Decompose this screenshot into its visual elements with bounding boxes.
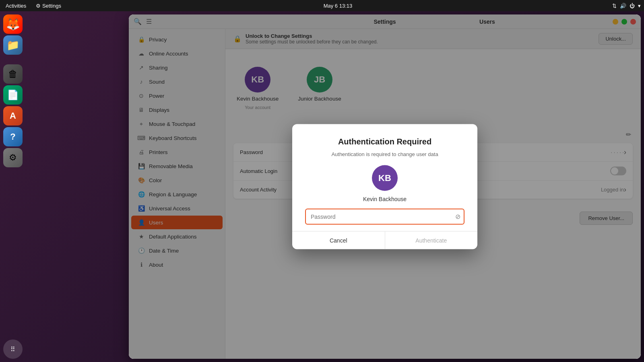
sound-icon[interactable]: 🔊 — [620, 3, 626, 9]
auth-dialog-content: Authentication Required Authentication i… — [292, 124, 477, 225]
dock-item-libreoffice[interactable]: 📄 — [3, 85, 23, 105]
auth-dialog-buttons: Cancel Authenticate — [292, 231, 477, 249]
network-icon[interactable]: ⇅ — [612, 3, 617, 9]
topbar-center: May 6 13:13 — [324, 3, 353, 9]
dock: 🦊 📁 🗑 Trash 📄 A ? ⚙ ⠿ — [0, 11, 26, 362]
password-toggle-icon[interactable]: ⊘ — [455, 213, 460, 220]
auth-authenticate-button[interactable]: Authenticate — [385, 232, 478, 249]
auth-user-name: Kevin Backhouse — [363, 196, 407, 202]
dock-item-files[interactable]: 📁 — [3, 35, 23, 55]
auth-dialog: Authentication Required Authentication i… — [292, 124, 477, 249]
auth-cancel-button[interactable]: Cancel — [292, 232, 385, 249]
topbar-dropdown[interactable]: ▾ — [638, 3, 641, 9]
topbar-right: ⇅ 🔊 ⏻ ▾ — [612, 3, 641, 9]
auth-avatar: KB — [372, 165, 398, 191]
dock-item-firefox[interactable]: 🦊 — [3, 14, 23, 34]
activities-button[interactable]: Activities — [3, 2, 29, 10]
topbar: Activities ⚙ Settings May 6 13:13 ⇅ 🔊 ⏻ … — [0, 0, 644, 11]
topbar-left: Activities ⚙ Settings — [3, 2, 64, 10]
dock-item-settings[interactable]: ⚙ — [3, 148, 23, 167]
dock-item-ubuntu-software[interactable]: A — [3, 106, 23, 125]
power-icon[interactable]: ⏻ — [630, 3, 635, 9]
dock-item-trash[interactable]: 🗑 Trash — [3, 64, 23, 84]
auth-dialog-title: Authentication Required — [338, 137, 431, 146]
dock-show-apps[interactable]: ⠿ — [3, 339, 23, 359]
auth-password-field: ⊘ — [305, 209, 464, 225]
dock-item-help[interactable]: ? — [3, 127, 23, 146]
desktop: 🦊 📁 🗑 Trash 📄 A ? ⚙ ⠿ 🔍 ☰ — [0, 11, 644, 362]
settings-appname[interactable]: ⚙ Settings — [33, 2, 64, 10]
datetime-label: May 6 13:13 — [324, 3, 353, 9]
auth-password-input[interactable] — [305, 209, 464, 225]
auth-dialog-subtitle: Authentication is required to change use… — [331, 151, 438, 157]
settings-window: 🔍 ☰ Settings Users 🔒 Privacy ☁ O — [129, 14, 641, 359]
